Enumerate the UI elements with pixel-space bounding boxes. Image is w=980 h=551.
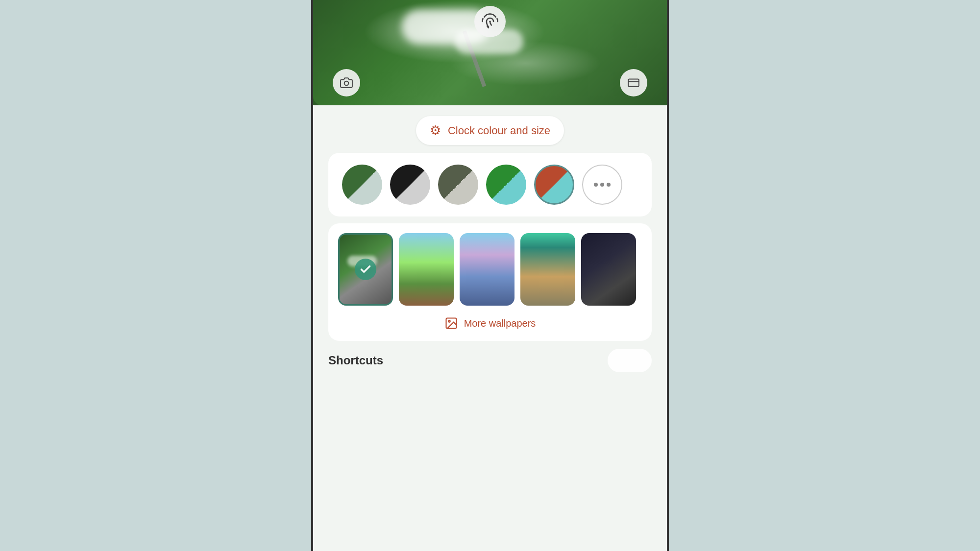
svg-point-3 bbox=[448, 320, 450, 322]
svg-rect-1 bbox=[628, 79, 639, 86]
shortcuts-section: Shortcuts bbox=[328, 349, 652, 372]
shortcuts-label: Shortcuts bbox=[328, 354, 383, 367]
swatch-olive-grey[interactable] bbox=[438, 165, 478, 205]
wallpaper-bottom-buttons bbox=[313, 69, 667, 96]
left-panel bbox=[0, 0, 309, 551]
wallpaper-thumb-2[interactable] bbox=[399, 233, 454, 306]
more-swatches-button[interactable] bbox=[582, 165, 622, 205]
swatch-terracotta-teal-selected[interactable] bbox=[534, 165, 574, 205]
swatch-black-grey[interactable] bbox=[390, 165, 430, 205]
wallpaper-preview bbox=[313, 0, 667, 105]
phone-frame: ⚙ Clock colour and size bbox=[311, 0, 669, 551]
wallpaper-thumb-3[interactable] bbox=[460, 233, 514, 306]
cards-button[interactable] bbox=[620, 69, 647, 96]
wallpaper-thumb-4[interactable] bbox=[520, 233, 575, 306]
cards-icon bbox=[627, 76, 640, 89]
checkmark-icon bbox=[359, 263, 372, 276]
main-content: ⚙ Clock colour and size bbox=[313, 0, 667, 372]
swatches-section bbox=[328, 153, 652, 216]
wallpaper-thumb-1[interactable] bbox=[338, 233, 393, 306]
dot-3 bbox=[607, 183, 611, 187]
svg-point-0 bbox=[344, 81, 349, 86]
selected-checkmark bbox=[355, 259, 376, 280]
swatch-green-blue[interactable] bbox=[342, 165, 382, 205]
swatches-row bbox=[342, 165, 638, 205]
clock-colour-button[interactable]: ⚙ Clock colour and size bbox=[416, 116, 564, 145]
fingerprint-icon bbox=[482, 13, 498, 30]
wallpapers-row bbox=[338, 233, 642, 306]
camera-icon bbox=[340, 76, 353, 89]
clock-colour-label: Clock colour and size bbox=[448, 124, 550, 137]
right-panel bbox=[671, 0, 980, 551]
image-icon bbox=[444, 316, 458, 330]
gear-icon: ⚙ bbox=[430, 123, 441, 138]
wallpapers-section: More wallpapers bbox=[328, 223, 652, 341]
swatch-bright-green-teal[interactable] bbox=[486, 165, 526, 205]
camera-button[interactable] bbox=[333, 69, 360, 96]
fingerprint-button[interactable] bbox=[474, 6, 506, 37]
shortcuts-toggle[interactable] bbox=[608, 349, 652, 372]
more-dots bbox=[594, 183, 611, 187]
more-wallpapers-label: More wallpapers bbox=[464, 318, 536, 329]
dot-2 bbox=[600, 183, 604, 187]
dot-1 bbox=[594, 183, 598, 187]
wallpaper-thumb-5[interactable] bbox=[581, 233, 636, 306]
more-wallpapers-button[interactable]: More wallpapers bbox=[338, 312, 642, 334]
